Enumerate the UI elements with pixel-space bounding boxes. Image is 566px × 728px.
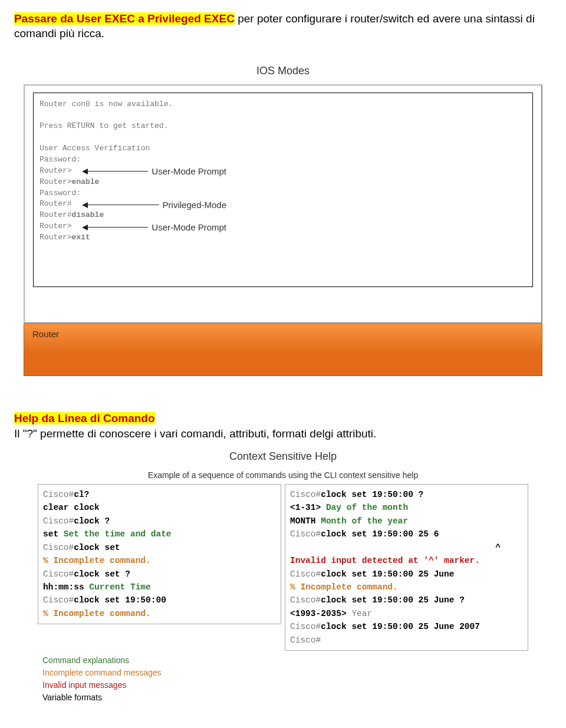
cli-explain: Set the time and date bbox=[64, 529, 172, 539]
arrow-label: User-Mode Prompt bbox=[148, 222, 226, 233]
cli-cmd: clock set ? bbox=[74, 569, 130, 579]
arrow-line-icon bbox=[88, 205, 159, 205]
cli-box-right: Cisco#clock set 19:50:00 ? <1-31> Day of… bbox=[285, 484, 528, 651]
cli-caret: ^ bbox=[290, 541, 524, 554]
cli-incomplete: % Incomplete command. bbox=[43, 554, 277, 567]
cli-prompt: Cisco# bbox=[43, 516, 74, 526]
cli-kw: hh:mm:ss bbox=[43, 582, 89, 592]
console-line: Router#disable bbox=[40, 210, 526, 221]
cli-prompt: Cisco# bbox=[290, 595, 321, 605]
cli-cmd: clock set 19:50:00 25 June ? bbox=[321, 595, 465, 605]
cli-explain: Month of the year bbox=[321, 516, 408, 526]
cli-prompt: Cisco# bbox=[290, 490, 321, 499]
legend: Command explanations Incomplete command … bbox=[42, 654, 552, 704]
legend-item: Incomplete command messages bbox=[42, 667, 552, 679]
console-line: Router>exit bbox=[40, 232, 526, 243]
legend-item: Command explanations bbox=[42, 654, 552, 667]
arrow-head-icon bbox=[82, 169, 88, 174]
cli-box-left: Cisco#cl? clear clock Cisco#clock ? set … bbox=[38, 484, 281, 625]
router-tab-label: Router bbox=[32, 328, 59, 340]
cli-kw: set bbox=[43, 529, 64, 539]
cli-cmd: clock ? bbox=[74, 516, 110, 526]
console-line: Router con0 is now available. bbox=[40, 99, 526, 110]
cli-invalid: Invalid input detected at '^' marker. bbox=[290, 554, 524, 567]
arrow-usermode-2: User-Mode Prompt bbox=[82, 222, 226, 233]
arrow-label: Privileged-Mode bbox=[159, 199, 226, 211]
intro-paragraph: Passare da User EXEC a Privileged EXEC p… bbox=[14, 12, 552, 41]
figure-ios-modes: IOS Modes Router con0 is now available. … bbox=[24, 64, 542, 375]
cli-prompt: Cisco# bbox=[290, 529, 321, 539]
cli-cmd: clock set 19:50:00 25 June 2007 bbox=[321, 622, 480, 631]
cli-explain: Current Time bbox=[89, 582, 150, 592]
arrow-line-icon bbox=[88, 171, 148, 172]
cli-prompt: Cisco# bbox=[290, 569, 321, 579]
figure2-boxes: Cisco#cl? clear clock Cisco#clock ? set … bbox=[38, 484, 528, 651]
cli-cmd: clock set bbox=[74, 543, 120, 552]
cli-kw: <1993-2035> bbox=[290, 609, 351, 618]
arrow-usermode-1: User-Mode Prompt bbox=[82, 166, 226, 177]
figure2-title: Context Sensitive Help bbox=[14, 450, 552, 463]
cli-incomplete: % Incomplete command. bbox=[43, 607, 277, 620]
console-inner: Router con0 is now available. Press RETU… bbox=[33, 93, 533, 287]
console-line: Password: bbox=[40, 188, 526, 199]
cli-explain: Day of the month bbox=[326, 503, 408, 512]
section2-para: Il "?" permette di conoscere i vari coma… bbox=[14, 427, 552, 442]
cli-cmd: clock set 19:50:00 bbox=[74, 595, 166, 605]
cli-kw: <1-31> bbox=[290, 503, 326, 512]
legend-item: Variable formats bbox=[42, 691, 552, 704]
cli-prompt: Cisco# bbox=[43, 490, 74, 499]
intro-highlight: Passare da User EXEC a Privileged EXEC bbox=[14, 12, 235, 25]
cli-cmd: cl? bbox=[74, 490, 89, 499]
arrow-head-icon bbox=[82, 225, 88, 230]
cli-prompt: Cisco# bbox=[43, 569, 74, 579]
arrow-privileged: Privileged-Mode bbox=[82, 199, 226, 211]
cli-incomplete: % Incomplete command. bbox=[290, 581, 524, 594]
figure1-title: IOS Modes bbox=[24, 64, 542, 78]
section-help-cli: Help da Linea di Comando Il "?" permette… bbox=[14, 411, 552, 442]
figure2-subtitle: Example of a sequence of commands using … bbox=[14, 470, 552, 480]
legend-item: Invalid input messages bbox=[42, 679, 552, 691]
cli-cmd: clock set 19:50:00 25 6 bbox=[321, 529, 439, 539]
cli-out: clear clock bbox=[43, 501, 277, 514]
console-line: Password: bbox=[40, 154, 526, 166]
cli-var: Year bbox=[351, 609, 372, 618]
console-line: Router>enable bbox=[40, 177, 526, 188]
console-line: Press RETURN to get started. bbox=[40, 121, 526, 132]
cli-cmd: clock set 19:50:00 ? bbox=[321, 490, 423, 499]
console-panel: Router con0 is now available. Press RETU… bbox=[24, 84, 542, 324]
arrow-head-icon bbox=[82, 202, 88, 208]
section2-heading: Help da Linea di Comando bbox=[14, 411, 552, 426]
cli-prompt: Cisco# bbox=[290, 635, 321, 645]
arrow-line-icon bbox=[88, 227, 148, 228]
cli-prompt: Cisco# bbox=[43, 595, 74, 605]
arrow-label: User-Mode Prompt bbox=[148, 166, 226, 177]
cli-kw: MONTH bbox=[290, 516, 321, 526]
cli-prompt: Cisco# bbox=[43, 543, 74, 552]
cli-prompt: Cisco# bbox=[290, 622, 321, 631]
console-line: User Access Verification bbox=[40, 143, 526, 154]
router-tab-bar: Router bbox=[24, 324, 542, 376]
cli-cmd: clock set 19:50:00 25 June bbox=[321, 569, 454, 579]
